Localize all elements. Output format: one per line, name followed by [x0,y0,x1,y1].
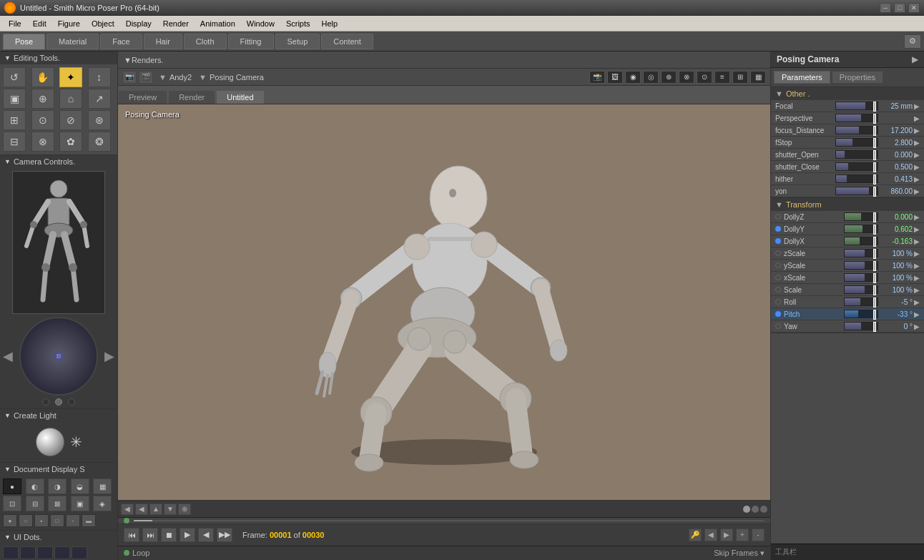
maximize-button[interactable]: □ [894,3,905,13]
yon-slider[interactable] [835,187,878,195]
vp-tool-2[interactable]: 🖼 [607,71,623,84]
tool-star[interactable]: ✿ [59,132,82,152]
xscale-slider[interactable] [844,273,878,282]
dollyy-slider[interactable] [844,225,878,233]
dollyy-expand[interactable]: ▶ [914,225,920,233]
scene-icon-btn[interactable]: 🎬 [139,71,153,84]
tab-cloth[interactable]: Cloth [184,34,227,49]
tool-minus[interactable]: ⊟ [3,132,26,152]
yaw-expand[interactable]: ▶ [914,323,920,330]
content-tab-render[interactable]: Render [168,90,215,104]
tiny-btn-5[interactable]: ▫ [66,514,80,527]
menu-file[interactable]: File [3,18,27,29]
menu-window[interactable]: Window [241,18,280,29]
tab-expand-button[interactable]: ⚙ [904,34,921,49]
tool-zoom[interactable]: ⊙ [31,110,54,130]
tl-remove-btn[interactable]: - [752,529,765,541]
tool-rotate[interactable]: ⊕ [31,89,54,109]
right-tab-parameters[interactable]: Parameters [774,71,830,84]
loop-checkbox[interactable]: Loop [124,549,149,557]
tl-play-btn[interactable]: ▶ [180,528,195,542]
dot-3[interactable] [37,546,53,559]
dollyx-slider[interactable] [844,237,878,245]
param-other-header[interactable]: ▼ Other . [771,87,924,100]
tool-grab[interactable]: ✋ [31,67,54,87]
minimize-button[interactable]: ─ [880,3,891,13]
tab-fitting[interactable]: Fitting [228,34,274,49]
vp-tool-8[interactable]: ≡ [714,71,730,84]
tl-prev-key-btn[interactable]: ◀ [704,529,717,541]
fstop-expand[interactable]: ▶ [914,139,920,147]
focal-expand[interactable]: ▶ [914,102,920,110]
dot-5[interactable] [72,546,87,559]
tool-circle[interactable]: ⊘ [59,110,82,130]
disp-btn-1[interactable]: ● [3,478,21,494]
tiny-btn-1[interactable]: ● [3,514,17,527]
scale-expand[interactable]: ▶ [914,286,920,294]
disp-btn-4[interactable]: ◒ [71,478,89,494]
content-tab-untitled[interactable]: Untitled [216,90,264,104]
viewport[interactable]: Posing Camera [118,104,770,500]
dollyz-slider[interactable] [844,212,878,221]
pitch-expand[interactable]: ▶ [914,310,920,318]
tab-content[interactable]: Content [321,34,373,49]
focal-slider[interactable] [835,102,878,110]
tool-select[interactable]: ✦ [59,67,82,87]
tiny-btn-3[interactable]: ▪ [34,514,49,527]
vp-tool-1[interactable]: 📸 [589,71,605,84]
scroll-right-btn[interactable]: ◀ [135,503,148,515]
tiny-btn-2[interactable]: ○ [19,514,33,527]
tool-arrow[interactable]: ↗ [88,89,111,109]
disp-btn-2[interactable]: ◐ [26,478,44,494]
xscale-expand[interactable]: ▶ [914,274,920,282]
yaw-slider[interactable] [844,322,878,330]
tl-key-btn[interactable]: 🔑 [689,529,702,541]
menu-display[interactable]: Display [120,18,157,29]
tab-hair[interactable]: Hair [144,34,182,49]
menu-animation[interactable]: Animation [195,18,241,29]
vp-tool-3[interactable]: ◉ [625,71,641,84]
focus-distance-slider[interactable] [835,126,878,134]
scroll-up-btn[interactable]: ▲ [149,503,162,515]
tab-pose[interactable]: Pose [3,34,45,49]
menu-edit[interactable]: Edit [27,18,52,29]
menu-help[interactable]: Help [316,18,344,29]
tl-next-btn[interactable]: ▶▶ [217,528,232,542]
hither-expand[interactable]: ▶ [914,175,920,183]
dot-2[interactable] [20,546,36,559]
editing-tools-header[interactable]: ▼ Editing Tools. [0,51,117,64]
tab-face[interactable]: Face [100,34,142,49]
subject-selector[interactable]: Andy2 [169,73,192,82]
hither-slider[interactable] [835,175,878,183]
vp-tool-5[interactable]: ⊕ [661,71,677,84]
roll-expand[interactable]: ▶ [914,298,920,306]
tl-next-key-btn[interactable]: ▶ [720,529,733,541]
tl-back-btn[interactable]: ◀ [198,528,214,542]
tl-stop-btn[interactable]: ⏹ [161,528,177,542]
shutter-open-slider[interactable] [835,150,878,159]
light-ball[interactable] [36,428,64,456]
close-button[interactable]: ✕ [908,3,920,13]
tool-move[interactable]: ↕ [88,67,111,87]
dot-4[interactable] [54,546,70,559]
disp-btn-10[interactable]: ◈ [93,496,112,511]
content-tab-preview[interactable]: Preview [118,90,167,104]
camera-controls-header[interactable]: ▼ Camera Controls. [0,155,117,168]
tl-add-btn[interactable]: + [736,529,749,541]
zoom-expand-btn[interactable]: ⊕ [178,503,191,515]
menu-render[interactable]: Render [157,18,195,29]
tiny-btn-4[interactable]: □ [50,514,64,527]
right-tab-properties[interactable]: Properties [832,71,883,84]
tool-box[interactable]: ▣ [3,89,26,109]
tool-grid[interactable]: ⊞ [3,110,26,130]
zscale-slider[interactable] [844,249,878,257]
tool-twist[interactable]: ⊛ [88,110,111,130]
perspective-expand[interactable]: ▶ [914,114,920,122]
tiny-btn-6[interactable]: ▬ [82,514,96,527]
shutter-open-expand[interactable]: ▶ [914,151,920,159]
scale-slider[interactable] [844,285,878,294]
yscale-expand[interactable]: ▶ [914,262,920,270]
focus-distance-expand[interactable]: ▶ [914,127,920,134]
vp-tool-10[interactable]: ▦ [750,71,766,84]
shutter-close-expand[interactable]: ▶ [914,163,920,171]
